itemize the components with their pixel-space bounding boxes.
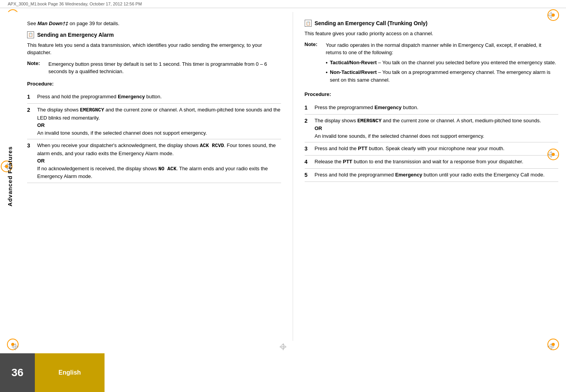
reg-mark-bottom-right	[547, 339, 559, 350]
bullet-list: • Tactical/Non-Revert – You talk on the …	[326, 59, 559, 84]
sidebar-label: Advanced Features	[7, 146, 13, 206]
note2-label: Note:	[305, 41, 322, 86]
step-1-1: 1 Press and hold the preprogrammed Emerg…	[27, 91, 281, 104]
crosshair-bottom-left	[12, 343, 19, 350]
procedure2-label: Procedure:	[305, 91, 559, 98]
section1-description: This feature lets you send a data transm…	[27, 41, 281, 56]
bullet-1: • Tactical/Non-Revert – You talk on the …	[326, 59, 559, 67]
right-column: 📋 Sending an Emergency Call (Trunking On…	[293, 12, 566, 341]
section2-icon: 📋	[305, 20, 312, 27]
page: APX_3000_M1.book Page 36 Wednesday, Octo…	[0, 0, 566, 392]
language-tab: English	[35, 353, 105, 392]
note-content: Emergency button press timer by default …	[48, 60, 281, 75]
content-area: Advanced Features See Man Down†‡ on page…	[0, 8, 566, 341]
step-2-5: 5 Press and hold the preprogrammed Emerg…	[305, 169, 559, 182]
sidebar: Advanced Features	[0, 12, 19, 341]
bottom-bar: 36 English	[0, 353, 566, 392]
reg-mark-mid-right	[547, 149, 559, 160]
page-number: 36	[0, 353, 35, 392]
columns: See Man Down†‡ on page 39 for details. 📋…	[19, 12, 566, 341]
intro-text: See Man Down†‡ on page 39 for details.	[27, 20, 281, 27]
note2-content: Your radio operates in the normal dispat…	[326, 41, 559, 86]
step-2-2: 2 The display shows EMERGNCY and the cur…	[305, 115, 559, 143]
procedure-label: Procedure:	[27, 80, 281, 88]
step-1-2: 2 The display shows EMERGNCY and the cur…	[27, 104, 281, 139]
step-1-3: 3 When you receive your dispatcher's ack…	[27, 139, 281, 183]
bottom-right	[105, 353, 566, 392]
step-2-4: 4 Release the PTT button to end the tran…	[305, 156, 559, 169]
file-info: APX_3000_M1.book Page 36 Wednesday, Octo…	[8, 2, 142, 6]
bullet-2: • Non-Tactical/Revert – You talk on a pr…	[326, 68, 559, 84]
left-column: See Man Down†‡ on page 39 for details. 📋…	[19, 12, 293, 341]
note-label: Note:	[27, 60, 45, 75]
section1-icon: 📋	[27, 31, 34, 38]
step-list-1: 1 Press and hold the preprogrammed Emerg…	[27, 91, 281, 183]
section1-note: Note: Emergency button press timer by de…	[27, 60, 281, 75]
top-bar: APX_3000_M1.book Page 36 Wednesday, Octo…	[0, 0, 566, 8]
reg-mark-top-right	[547, 9, 559, 21]
section1-title: 📋 Sending an Emergency Alarm	[27, 31, 281, 38]
section2-title: 📋 Sending an Emergency Call (Trunking On…	[305, 20, 559, 27]
step-2-3: 3 Press and hold the PTT button. Speak c…	[305, 142, 559, 156]
section2-description: This feature gives your radio priority a…	[305, 30, 559, 38]
step-2-1: 1 Press the preprogrammed Emergency butt…	[305, 101, 559, 115]
section2-note: Note: Your radio operates in the normal …	[305, 41, 559, 86]
crosshair-bottom-center	[280, 343, 286, 350]
step-list-2: 1 Press the preprogrammed Emergency butt…	[305, 101, 559, 182]
